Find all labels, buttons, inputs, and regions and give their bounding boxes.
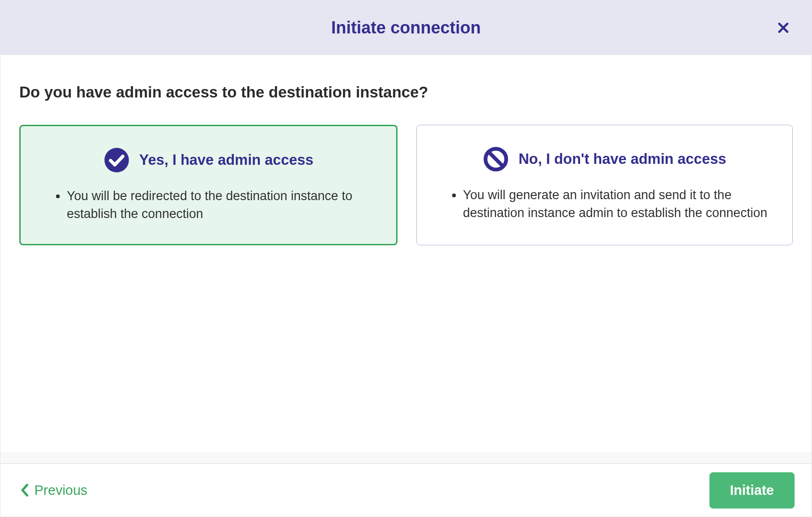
svg-point-0 [104,148,129,172]
dialog-body: Do you have admin access to the destinat… [0,55,812,452]
option-yes-bullet: You will be redirected to the destinatio… [67,187,377,223]
option-no-bullet: You will generate an invitation and send… [463,186,773,222]
close-button[interactable] [774,18,793,37]
option-card-yes-head: Yes, I have admin access [40,147,377,173]
option-cards: Yes, I have admin access You will be red… [19,125,793,245]
initiate-connection-dialog: Initiate connection Do you have admin ac… [0,0,812,517]
close-icon [777,22,789,34]
svg-line-2 [489,152,503,166]
footer-separator [0,452,812,464]
option-card-no[interactable]: No, I don't have admin access You will g… [416,125,793,245]
dialog-title: Initiate connection [331,18,481,38]
prohibit-icon [483,146,509,172]
option-card-no-head: No, I don't have admin access [436,146,773,172]
dialog-header: Initiate connection [0,0,812,55]
option-card-yes[interactable]: Yes, I have admin access You will be red… [19,125,398,245]
option-yes-title: Yes, I have admin access [139,152,314,169]
option-no-bullets: You will generate an invitation and send… [436,186,773,222]
dialog-footer: Previous Initiate [0,464,812,517]
previous-label: Previous [34,483,88,498]
previous-button[interactable]: Previous [17,478,90,503]
option-no-title: No, I don't have admin access [518,151,726,168]
chevron-left-icon [20,484,29,497]
question-heading: Do you have admin access to the destinat… [19,83,793,101]
option-yes-bullets: You will be redirected to the destinatio… [40,187,377,223]
check-circle-icon [103,147,130,173]
initiate-button[interactable]: Initiate [709,472,795,509]
